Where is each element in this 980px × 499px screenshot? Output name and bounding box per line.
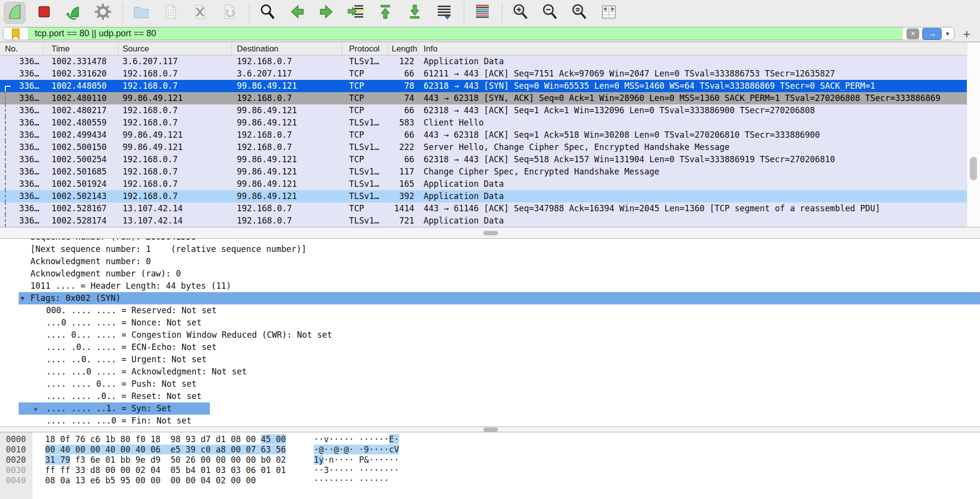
cell-protocol: TCP [342, 92, 388, 104]
find-packet-button[interactable] [257, 2, 278, 24]
horizontal-scrollbar-thumb[interactable] [483, 427, 498, 432]
capture-options-button[interactable] [92, 2, 114, 24]
column-header-destination[interactable]: Destination [232, 43, 342, 55]
packet-row[interactable]: 336…1002.480217192.168.0.799.86.49.121TC… [0, 104, 967, 117]
wireshark-start-capture-button[interactable] [4, 2, 25, 24]
packet-row[interactable]: 336…1002.3314783.6.207.117192.168.0.7TLS… [0, 55, 967, 68]
detail-text: Acknowledgment number: 0 [30, 255, 151, 268]
filter-apply-button[interactable]: → [922, 28, 942, 40]
cell-info: Client Hello [418, 117, 967, 129]
cell-destination: 99.86.49.121 [232, 166, 342, 178]
go-to-packet-button[interactable] [345, 2, 367, 24]
go-last-packet-button[interactable] [404, 2, 426, 24]
cell-length: 66 [388, 104, 418, 117]
expand-icon[interactable]: ▶ [34, 402, 38, 415]
packet-row[interactable]: 336…1002.49943499.86.49.121192.168.0.7TC… [0, 129, 967, 141]
detail-text: 000. .... .... = Reserved: Not set [46, 304, 217, 317]
stop-capture-icon [34, 2, 54, 24]
packet-row[interactable]: 336…1002.480559192.168.0.799.86.49.121TL… [0, 117, 967, 129]
detail-line[interactable]: Acknowledgment number (raw): 0 [0, 268, 980, 280]
hex-row[interactable]: 000018 0f 76 c6 1b 80 f0 18 98 93 d7 d1 … [0, 434, 980, 445]
cell-info: Change Cipher Spec, Encrypted Handshake … [418, 166, 967, 178]
hex-row[interactable]: 001000 40 00 00 40 00 40 06 e5 39 c0 a8 … [0, 445, 980, 455]
cell-destination: 99.86.49.121 [232, 190, 342, 202]
conversation-gutter [5, 68, 12, 80]
splitter-list-details[interactable] [0, 227, 980, 239]
reload-file-button[interactable] [219, 2, 240, 24]
detail-line[interactable]: .... ...0 .... = Acknowledgment: Not set [0, 366, 980, 378]
filter-add-button[interactable]: + [958, 25, 975, 42]
detail-line[interactable]: ...0 .... .... = Nonce: Not set [0, 317, 980, 329]
packet-row[interactable]: 336…1002.500254192.168.0.799.86.49.121TC… [0, 153, 967, 166]
zoom-original-button[interactable] [569, 2, 590, 24]
stop-capture-button[interactable] [33, 2, 55, 24]
go-first-packet-button[interactable] [375, 2, 396, 24]
cell-time: 1002.528167 [44, 202, 119, 215]
filter-input[interactable]: tcp.port == 80 || udp.port == 80 [28, 28, 902, 39]
cell-length: 392 [388, 190, 418, 202]
cell-protocol: TCP [342, 68, 388, 80]
save-file-button[interactable] [160, 2, 181, 24]
detail-line[interactable]: [Next sequence number: 1 (relative seque… [0, 243, 980, 255]
collapse-icon[interactable]: ▼ [21, 292, 25, 304]
zoom-in-button[interactable] [510, 2, 531, 24]
packet-list-scrollbar[interactable] [967, 43, 980, 227]
zoom-out-icon [540, 2, 560, 24]
go-last-packet-icon [405, 2, 425, 24]
bookmark-icon[interactable] [3, 27, 28, 40]
detail-line[interactable]: 1011 .... = Header Length: 44 bytes (11) [0, 280, 980, 292]
filter-dropdown-caret[interactable]: ▾ [946, 30, 949, 37]
auto-scroll-button[interactable] [433, 2, 455, 24]
detail-line[interactable]: .... .... .0.. = Reset: Not set [0, 390, 980, 402]
detail-line[interactable]: .... .... 0... = Push: Not set [0, 378, 980, 390]
restart-capture-button[interactable] [63, 2, 84, 24]
packet-row[interactable]: 336…1002.52817413.107.42.14192.168.0.7TL… [0, 215, 967, 227]
detail-line[interactable]: ▶.... .... ..1. = Syn: Set [0, 402, 980, 415]
cell-protocol: TLSv1… [342, 178, 388, 190]
go-back-button[interactable] [286, 2, 308, 24]
cell-info: Application Data [418, 190, 967, 202]
splitter-details-hex[interactable] [0, 426, 980, 432]
detail-line[interactable]: Acknowledgment number: 0 [0, 255, 980, 268]
detail-line[interactable]: Sequence number (raw): 2605041556 [0, 239, 980, 243]
packet-row[interactable]: 336…1002.501685192.168.0.799.86.49.121TL… [0, 166, 967, 178]
hex-row[interactable]: 002031 79 f3 6e 01 bb 9e d9 50 26 00 00 … [0, 455, 980, 465]
packet-row[interactable]: 336…1002.502143192.168.0.799.86.49.121TL… [0, 190, 967, 202]
packet-row[interactable]: 336…1002.448050192.168.0.799.86.49.121TC… [0, 80, 967, 92]
packet-row[interactable]: 336…1002.50015099.86.49.121192.168.0.7TL… [0, 141, 967, 153]
detail-line[interactable]: ▼Flags: 0x002 (SYN) [0, 292, 980, 304]
close-file-button[interactable] [189, 2, 211, 24]
cell-time: 1002.331620 [44, 68, 119, 80]
scrollbar-thumb[interactable] [970, 157, 977, 180]
hex-offset: 0020 [6, 455, 26, 465]
detail-line[interactable]: 000. .... .... = Reserved: Not set [0, 304, 980, 317]
cell-source: 192.168.0.7 [119, 153, 232, 166]
horizontal-scrollbar-thumb[interactable] [483, 231, 498, 235]
hex-row[interactable]: 004008 0a 13 e6 b5 95 00 00 00 00 04 02 … [0, 475, 980, 486]
detail-line[interactable]: .... 0... .... = Congestion Window Reduc… [0, 329, 980, 341]
hex-row[interactable]: 0030ff ff 33 d8 00 00 02 04 05 b4 01 03 … [0, 465, 980, 475]
filter-clear-button[interactable]: × [906, 28, 919, 39]
column-header-info[interactable]: Info [418, 43, 980, 55]
column-header-source[interactable]: Source [119, 43, 232, 55]
display-filter-field[interactable]: tcp.port == 80 || udp.port == 80 × → ▾ [3, 27, 955, 40]
column-header-time[interactable]: Time [44, 43, 119, 55]
column-header-length[interactable]: Length [388, 43, 418, 55]
packet-row[interactable]: 336…1002.52816713.107.42.14192.168.0.7TC… [0, 202, 967, 215]
zoom-out-button[interactable] [539, 2, 561, 24]
detail-line[interactable]: .... .... ...0 = Fin: Not set [0, 415, 980, 426]
column-header-protocol[interactable]: Protocol [342, 43, 388, 55]
packet-row[interactable]: 336…1002.331620192.168.0.73.6.207.117TCP… [0, 68, 967, 80]
resize-columns-button[interactable] [598, 2, 620, 24]
packet-row[interactable]: 336…1002.501924192.168.0.799.86.49.121TL… [0, 178, 967, 190]
go-forward-button[interactable] [316, 2, 337, 24]
cell-protocol: TCP [342, 104, 388, 117]
close-file-icon [190, 2, 210, 24]
packet-row[interactable]: 336…1002.48011099.86.49.121192.168.0.7TC… [0, 92, 967, 104]
colorize-packets-button[interactable] [472, 2, 493, 24]
cell-time: 1002.501685 [44, 166, 119, 178]
open-file-button[interactable] [130, 2, 152, 24]
detail-line[interactable]: .... .0.. .... = ECN-Echo: Not set [0, 341, 980, 353]
column-header-no[interactable]: No. [0, 43, 44, 55]
detail-line[interactable]: .... ..0. .... = Urgent: Not set [0, 353, 980, 366]
